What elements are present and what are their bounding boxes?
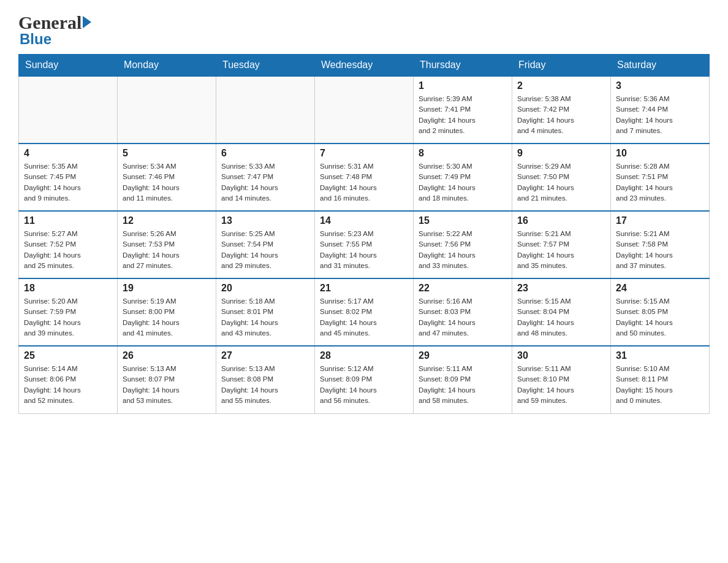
day-number: 12 — [123, 215, 211, 226]
day-number: 30 — [517, 350, 605, 361]
day-number: 15 — [419, 215, 507, 226]
day-info: Sunrise: 5:35 AM Sunset: 7:45 PM Dayligh… — [24, 161, 112, 204]
calendar-week-3: 11Sunrise: 5:27 AM Sunset: 7:52 PM Dayli… — [19, 211, 710, 278]
day-number: 23 — [517, 283, 605, 294]
calendar-cell: 18Sunrise: 5:20 AM Sunset: 7:59 PM Dayli… — [19, 278, 118, 346]
calendar-cell: 30Sunrise: 5:11 AM Sunset: 8:10 PM Dayli… — [512, 346, 611, 413]
day-number: 20 — [221, 283, 309, 294]
day-number: 8 — [419, 148, 507, 159]
day-info: Sunrise: 5:10 AM Sunset: 8:11 PM Dayligh… — [616, 364, 704, 406]
calendar-cell: 6Sunrise: 5:33 AM Sunset: 7:47 PM Daylig… — [216, 144, 315, 211]
calendar-cell: 12Sunrise: 5:26 AM Sunset: 7:53 PM Dayli… — [118, 211, 216, 278]
calendar-cell: 19Sunrise: 5:19 AM Sunset: 8:00 PM Dayli… — [118, 278, 216, 346]
calendar-header-sunday: Sunday — [19, 55, 118, 77]
page-header: General Blue — [18, 12, 710, 48]
calendar-cell: 27Sunrise: 5:13 AM Sunset: 8:08 PM Dayli… — [216, 346, 315, 413]
day-info: Sunrise: 5:19 AM Sunset: 8:00 PM Dayligh… — [123, 296, 211, 339]
day-info: Sunrise: 5:22 AM Sunset: 7:56 PM Dayligh… — [419, 229, 507, 271]
calendar-cell: 16Sunrise: 5:21 AM Sunset: 7:57 PM Dayli… — [512, 211, 611, 278]
calendar-cell: 10Sunrise: 5:28 AM Sunset: 7:51 PM Dayli… — [611, 144, 710, 211]
day-number: 26 — [123, 350, 211, 361]
calendar-cell: 31Sunrise: 5:10 AM Sunset: 8:11 PM Dayli… — [611, 346, 710, 413]
calendar-header-tuesday: Tuesday — [216, 55, 315, 77]
calendar-cell: 28Sunrise: 5:12 AM Sunset: 8:09 PM Dayli… — [315, 346, 414, 413]
calendar-cell — [216, 76, 315, 144]
calendar-cell: 11Sunrise: 5:27 AM Sunset: 7:52 PM Dayli… — [19, 211, 118, 278]
calendar-header-row: SundayMondayTuesdayWednesdayThursdayFrid… — [19, 55, 710, 77]
day-info: Sunrise: 5:29 AM Sunset: 7:50 PM Dayligh… — [517, 161, 605, 204]
logo-arrow-icon — [83, 16, 91, 28]
calendar-cell: 13Sunrise: 5:25 AM Sunset: 7:54 PM Dayli… — [216, 211, 315, 278]
calendar-cell: 7Sunrise: 5:31 AM Sunset: 7:48 PM Daylig… — [315, 144, 414, 211]
day-number: 14 — [320, 215, 408, 226]
calendar-header-wednesday: Wednesday — [315, 55, 414, 77]
logo: General Blue — [18, 12, 91, 48]
day-info: Sunrise: 5:30 AM Sunset: 7:49 PM Dayligh… — [419, 161, 507, 204]
day-number: 1 — [419, 80, 507, 91]
calendar-header-monday: Monday — [118, 55, 216, 77]
calendar-cell: 8Sunrise: 5:30 AM Sunset: 7:49 PM Daylig… — [414, 144, 512, 211]
day-number: 17 — [616, 215, 704, 226]
calendar-cell: 1Sunrise: 5:39 AM Sunset: 7:41 PM Daylig… — [414, 76, 512, 144]
calendar-cell: 4Sunrise: 5:35 AM Sunset: 7:45 PM Daylig… — [19, 144, 118, 211]
day-number: 25 — [24, 350, 112, 361]
day-number: 5 — [123, 148, 211, 159]
calendar-week-2: 4Sunrise: 5:35 AM Sunset: 7:45 PM Daylig… — [19, 144, 710, 211]
calendar-cell — [118, 76, 216, 144]
day-info: Sunrise: 5:39 AM Sunset: 7:41 PM Dayligh… — [419, 94, 507, 136]
calendar-cell: 5Sunrise: 5:34 AM Sunset: 7:46 PM Daylig… — [118, 144, 216, 211]
calendar-cell: 21Sunrise: 5:17 AM Sunset: 8:02 PM Dayli… — [315, 278, 414, 346]
calendar-week-4: 18Sunrise: 5:20 AM Sunset: 7:59 PM Dayli… — [19, 278, 710, 346]
calendar-cell: 14Sunrise: 5:23 AM Sunset: 7:55 PM Dayli… — [315, 211, 414, 278]
calendar-cell — [315, 76, 414, 144]
day-info: Sunrise: 5:13 AM Sunset: 8:08 PM Dayligh… — [221, 364, 309, 406]
day-info: Sunrise: 5:15 AM Sunset: 8:05 PM Dayligh… — [616, 296, 704, 339]
calendar-cell: 22Sunrise: 5:16 AM Sunset: 8:03 PM Dayli… — [414, 278, 512, 346]
day-number: 27 — [221, 350, 309, 361]
day-info: Sunrise: 5:31 AM Sunset: 7:48 PM Dayligh… — [320, 161, 408, 204]
calendar-week-1: 1Sunrise: 5:39 AM Sunset: 7:41 PM Daylig… — [19, 76, 710, 144]
day-info: Sunrise: 5:14 AM Sunset: 8:06 PM Dayligh… — [24, 364, 112, 406]
calendar-cell: 9Sunrise: 5:29 AM Sunset: 7:50 PM Daylig… — [512, 144, 611, 211]
day-info: Sunrise: 5:34 AM Sunset: 7:46 PM Dayligh… — [123, 161, 211, 204]
day-info: Sunrise: 5:21 AM Sunset: 7:58 PM Dayligh… — [616, 229, 704, 271]
calendar-cell: 20Sunrise: 5:18 AM Sunset: 8:01 PM Dayli… — [216, 278, 315, 346]
day-number: 10 — [616, 148, 704, 159]
day-number: 2 — [517, 80, 605, 91]
day-info: Sunrise: 5:13 AM Sunset: 8:07 PM Dayligh… — [123, 364, 211, 406]
day-info: Sunrise: 5:21 AM Sunset: 7:57 PM Dayligh… — [517, 229, 605, 271]
day-info: Sunrise: 5:38 AM Sunset: 7:42 PM Dayligh… — [517, 94, 605, 136]
day-number: 18 — [24, 283, 112, 294]
calendar-cell: 17Sunrise: 5:21 AM Sunset: 7:58 PM Dayli… — [611, 211, 710, 278]
day-number: 29 — [419, 350, 507, 361]
day-number: 4 — [24, 148, 112, 159]
day-number: 16 — [517, 215, 605, 226]
day-info: Sunrise: 5:36 AM Sunset: 7:44 PM Dayligh… — [616, 94, 704, 136]
day-number: 31 — [616, 350, 704, 361]
day-info: Sunrise: 5:11 AM Sunset: 8:10 PM Dayligh… — [517, 364, 605, 406]
day-number: 21 — [320, 283, 408, 294]
day-number: 7 — [320, 148, 408, 159]
calendar-cell: 25Sunrise: 5:14 AM Sunset: 8:06 PM Dayli… — [19, 346, 118, 413]
calendar-cell: 23Sunrise: 5:15 AM Sunset: 8:04 PM Dayli… — [512, 278, 611, 346]
day-number: 24 — [616, 283, 704, 294]
calendar-table: SundayMondayTuesdayWednesdayThursdayFrid… — [18, 54, 710, 414]
day-number: 22 — [419, 283, 507, 294]
calendar-header-thursday: Thursday — [414, 55, 512, 77]
day-number: 28 — [320, 350, 408, 361]
day-info: Sunrise: 5:23 AM Sunset: 7:55 PM Dayligh… — [320, 229, 408, 271]
day-number: 3 — [616, 80, 704, 91]
day-info: Sunrise: 5:17 AM Sunset: 8:02 PM Dayligh… — [320, 296, 408, 339]
day-number: 9 — [517, 148, 605, 159]
calendar-cell: 24Sunrise: 5:15 AM Sunset: 8:05 PM Dayli… — [611, 278, 710, 346]
day-number: 6 — [221, 148, 309, 159]
day-number: 19 — [123, 283, 211, 294]
day-info: Sunrise: 5:25 AM Sunset: 7:54 PM Dayligh… — [221, 229, 309, 271]
calendar-cell: 2Sunrise: 5:38 AM Sunset: 7:42 PM Daylig… — [512, 76, 611, 144]
day-info: Sunrise: 5:20 AM Sunset: 7:59 PM Dayligh… — [24, 296, 112, 339]
calendar-header-friday: Friday — [512, 55, 611, 77]
calendar-cell: 29Sunrise: 5:11 AM Sunset: 8:09 PM Dayli… — [414, 346, 512, 413]
day-info: Sunrise: 5:12 AM Sunset: 8:09 PM Dayligh… — [320, 364, 408, 406]
day-info: Sunrise: 5:16 AM Sunset: 8:03 PM Dayligh… — [419, 296, 507, 339]
day-number: 11 — [24, 215, 112, 226]
